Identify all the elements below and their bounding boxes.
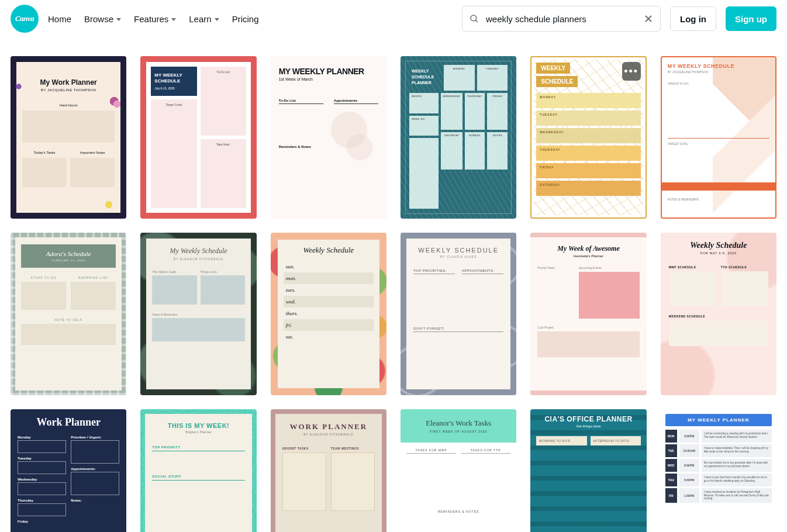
- template-title: Weekly Schedule: [284, 246, 374, 255]
- section-label: MONTH: [409, 93, 439, 113]
- section-label: Important Notes: [70, 151, 115, 154]
- main-nav: Home Browse Features Learn Pricing: [48, 14, 258, 24]
- template-card[interactable]: WEEKLY SCHEDULE PLANNER MONDAY TUESDAY M…: [401, 56, 516, 219]
- day-label: wed.: [284, 296, 374, 308]
- template-title: My Week of Awesome: [537, 244, 639, 253]
- signup-button[interactable]: Sign up: [726, 6, 776, 31]
- template-card[interactable]: Weekly Schedule sun. mon. tues. wed. thu…: [271, 233, 386, 395]
- day-label: mon.: [284, 272, 374, 284]
- section-label: WEEK NO.: [409, 116, 439, 136]
- template-title: My Work Planner: [22, 78, 115, 87]
- section-label: TTH SCHEDULE: [721, 265, 768, 269]
- section-label: Reminders & Notes: [279, 145, 378, 148]
- section-label: Notes & Reminders: [152, 313, 244, 316]
- template-title: MY WEEKLY PLANNER: [665, 414, 772, 426]
- time-label: 1:00PM: [679, 488, 699, 503]
- section-label: TOP PRIORITIES:: [413, 269, 455, 274]
- template-subtitle: Get things done: [536, 424, 640, 428]
- top-header: Canva Home Browse Features Learn Pricing…: [0, 0, 787, 37]
- day-label: FRIDAY: [487, 93, 508, 130]
- template-title: My Weekly Schedule: [152, 247, 244, 255]
- entry-text: I will be conducting a meeting with my p…: [702, 430, 772, 443]
- day-label: MONDAY: [444, 65, 475, 91]
- day-label: SATURDAY: [441, 132, 462, 169]
- day-label: thurs.: [284, 308, 374, 319]
- template-subtitle: BY ELEANOR FITZGERALD: [152, 257, 244, 261]
- day-label: THU: [665, 474, 677, 486]
- template-card[interactable]: Weekly Schedule FOR MAY 3-9, 2020 MWF SC…: [661, 233, 776, 395]
- entry-text: I have received an invitation for Peregr…: [702, 488, 772, 503]
- template-card[interactable]: WEEKLY SCHEDULE BY CLAUDIA ALVES TOP PRI…: [401, 233, 516, 395]
- section-label: Things to Do: [201, 270, 245, 274]
- section-label: Take Note!: [201, 139, 246, 208]
- day-label: Friday: [18, 520, 66, 523]
- nav-browse[interactable]: Browse: [84, 14, 121, 24]
- section-label: TOP PRIORITY: [152, 445, 244, 451]
- entry-text: I have to make breakfast. Then I will be…: [702, 444, 772, 457]
- day-label: WED: [665, 459, 677, 472]
- login-button[interactable]: Log in: [670, 6, 716, 31]
- nav-features[interactable]: Features: [134, 14, 176, 24]
- template-subtitle: Henrietta's Planner: [537, 254, 639, 258]
- template-card[interactable]: Work Planner Monday Tuesday Wednesday Th…: [11, 409, 126, 532]
- day-label: MON: [665, 430, 677, 443]
- template-card[interactable]: MY WEEKLY SCHEDULEJuly 6-13, 2020 Target…: [140, 56, 256, 219]
- time-label: 5:00PM: [679, 474, 699, 486]
- template-subtitle: 1st Week of March: [279, 77, 378, 81]
- nav-pricing-label: Pricing: [232, 14, 259, 24]
- section-label: MWF SCHEDULE: [669, 265, 716, 269]
- section-label: To-Do List: [201, 67, 246, 136]
- template-title: MY WEEKLY SCHEDULE: [668, 63, 769, 69]
- section-label: SOCIAL STUFF: [152, 475, 244, 481]
- clear-search-button[interactable]: [643, 13, 654, 25]
- chevron-down-icon: [171, 18, 176, 21]
- nav-home[interactable]: Home: [48, 14, 71, 24]
- section-label: URGENT TASKS: [282, 447, 326, 450]
- section-label: AFTERNOON TO DO'S: [593, 439, 638, 443]
- template-card[interactable]: MY WEEKLY SCHEDULE BY JACQUELINE THOMPSO…: [661, 56, 776, 219]
- time-label: 8:00PM: [679, 459, 699, 472]
- day-label: WEDNESDAY: [536, 128, 640, 143]
- day-label: sun.: [284, 261, 374, 272]
- section-label: APPOINTMENTS:: [462, 269, 503, 274]
- template-card[interactable]: Eleanor's Work Tasks FIRST WEEK OF AUGUS…: [401, 409, 516, 532]
- template-grid: My Work Planner BY JACQUELINE THOMPSON H…: [0, 37, 787, 532]
- section-label: NOTE TO SELF: [21, 318, 116, 322]
- template-card[interactable]: My Week of Awesome Henrietta's Planner P…: [530, 233, 646, 395]
- section-label: Priorities / Urgent:: [71, 436, 119, 439]
- template-card[interactable]: My Weekly Schedule BY ELEANOR FITZGERALD…: [140, 233, 256, 395]
- canva-logo[interactable]: Canva: [11, 5, 39, 33]
- section-label: This Week's Goals: [152, 270, 196, 274]
- template-card[interactable]: ••• WEEKLY SCHEDULE MONDAY TUESDAY WEDNE…: [530, 56, 646, 219]
- section-label: Priority Tasks: [537, 266, 574, 270]
- template-card[interactable]: My Work Planner BY JACQUELINE THOMPSON H…: [11, 56, 126, 219]
- template-title: MY WEEKLY SCHEDULE: [154, 72, 193, 85]
- nav-learn[interactable]: Learn: [189, 14, 219, 24]
- template-title: WEEKLY SCHEDULE PLANNER: [409, 65, 441, 91]
- template-card[interactable]: WORK PLANNER BY ELEANOR FITZGERALD URGEN…: [271, 409, 386, 532]
- template-subtitle: FOR MAY 3-9, 2020: [669, 251, 768, 255]
- template-card[interactable]: MY WEEKLY PLANNER 1st Week of March To-D…: [271, 56, 386, 219]
- close-icon: [644, 15, 653, 23]
- template-title: Weekly Schedule: [669, 241, 768, 250]
- search-input[interactable]: [486, 14, 637, 24]
- template-card[interactable]: Adora's ScheduleJANUARY 15, 2020 STUFF T…: [11, 233, 126, 395]
- day-label: Wednesday: [18, 478, 66, 481]
- nav-pricing[interactable]: Pricing: [232, 14, 259, 24]
- day-label: SATURDAY: [536, 181, 640, 196]
- template-title: MY WEEKLY PLANNER: [279, 67, 378, 76]
- more-options-button[interactable]: •••: [622, 62, 641, 81]
- section-label: TARGET DATE: [668, 142, 769, 146]
- section-label: REMINDERS & NOTES: [406, 510, 510, 513]
- template-title: Eleanor's Work Tasks: [406, 419, 510, 428]
- template-card[interactable]: THIS IS MY WEEK! Brigitte's Planner TOP …: [140, 409, 256, 532]
- template-subtitle: Brigitte's Planner: [152, 430, 244, 434]
- template-card[interactable]: MY WEEKLY PLANNER MON3:00PMI will be con…: [661, 409, 776, 532]
- search-bar[interactable]: [462, 6, 661, 32]
- section-label: TEAM MEETINGS: [331, 447, 375, 450]
- template-date: JANUARY 15, 2020: [25, 259, 112, 262]
- section-label: Appointments:: [71, 467, 119, 471]
- template-subtitle: BY CLAUDIA ALVES: [413, 255, 503, 258]
- template-card[interactable]: CIA'S OFFICE PLANNER Get things done MOR…: [530, 409, 646, 532]
- section-label: Cool Project: [537, 326, 639, 329]
